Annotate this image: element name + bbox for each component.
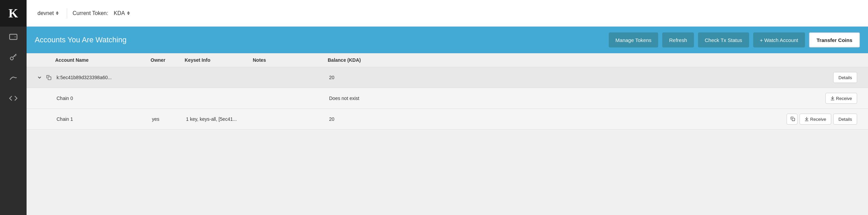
code-icon[interactable] <box>0 88 27 109</box>
col-header-account-name: Account Name <box>55 57 151 63</box>
table-row: Chain 1 yes 1 key, keys-all, [5ec41... 2… <box>27 109 868 130</box>
watch-account-button[interactable]: + Watch Account <box>753 32 805 47</box>
network-label: devnet <box>37 10 54 16</box>
table-row: Chain 0 Does not exist Receive <box>27 88 868 109</box>
svg-rect-5 <box>792 118 795 121</box>
svg-point-1 <box>10 57 13 60</box>
copy-account-button[interactable] <box>45 74 52 81</box>
row-expand-cell-3 <box>35 114 55 124</box>
col-header-balance: Balance (KDA) <box>328 57 792 63</box>
table-header: Account Name Owner Keyset Info Notes Bal… <box>27 53 868 67</box>
account-name-value-2: Chain 0 <box>57 96 73 101</box>
details-button[interactable]: Details <box>833 72 857 83</box>
token-chevron <box>127 11 130 15</box>
owner-cell-3: yes <box>151 112 185 127</box>
account-name-cell-3: Chain 1 <box>55 112 151 127</box>
balance-cell-3: 20 <box>328 112 792 127</box>
topbar-divider <box>67 8 67 18</box>
col-header-actions <box>792 57 860 63</box>
actions-cell-3: Receive Details <box>792 109 860 129</box>
col-header-expand <box>35 57 55 63</box>
col-header-owner: Owner <box>151 57 185 63</box>
accounts-header: Accounts You Are Watching Manage Tokens … <box>27 27 868 53</box>
owner-cell <box>151 73 185 82</box>
balance-cell-2: Does not exist <box>328 91 792 106</box>
key-icon[interactable] <box>0 47 27 68</box>
accounts-title: Accounts You Are Watching <box>35 35 605 44</box>
network-selector[interactable]: devnet <box>35 9 61 18</box>
svg-rect-0 <box>10 34 17 39</box>
keyset-info-cell <box>185 73 253 82</box>
notes-cell-3 <box>253 114 328 124</box>
keyset-info-cell-3: 1 key, keys-all, [5ec41... <box>185 112 253 127</box>
topbar: devnet Current Token: KDA <box>27 0 868 27</box>
app-logo[interactable]: K <box>0 0 27 27</box>
keyset-info-cell-2 <box>185 94 253 103</box>
token-selector[interactable]: KDA <box>111 9 133 18</box>
check-tx-status-button[interactable]: Check Tx Status <box>698 32 749 47</box>
row-expand-cell <box>35 69 55 86</box>
table-area: Account Name Owner Keyset Info Notes Bal… <box>27 53 868 215</box>
main-content: devnet Current Token: KDA Accounts You A… <box>27 0 868 215</box>
account-name-cell: k:5ec41b89d323398a60... <box>55 70 151 85</box>
signature-icon[interactable] <box>0 68 27 88</box>
copy-button-row3[interactable] <box>787 114 797 125</box>
manage-tokens-button[interactable]: Manage Tokens <box>609 32 658 47</box>
col-header-keyset-info: Keyset Info <box>185 57 253 63</box>
table-row: k:5ec41b89d323398a60... 20 Details <box>27 67 868 88</box>
account-name-value-3: Chain 1 <box>57 116 73 122</box>
col-header-notes: Notes <box>253 57 328 63</box>
details-button-row3[interactable]: Details <box>833 114 857 125</box>
actions-cell: Details <box>792 67 860 88</box>
wallet-icon[interactable] <box>0 27 27 47</box>
actions-cell-2: Receive <box>792 88 860 109</box>
notes-cell-2 <box>253 94 328 103</box>
expand-button[interactable] <box>36 74 43 81</box>
account-name-cell-2: Chain 0 <box>55 91 151 106</box>
receive-button-row3[interactable]: Receive <box>800 114 831 125</box>
account-name-value: k:5ec41b89d323398a60... <box>57 75 112 80</box>
notes-cell <box>253 73 328 82</box>
token-label: Current Token: <box>73 10 108 16</box>
transfer-coins-button[interactable]: Transfer Coins <box>809 32 860 47</box>
network-chevron <box>56 11 59 15</box>
sidebar: K <box>0 0 27 215</box>
receive-button[interactable]: Receive <box>825 93 857 104</box>
row-expand-cell-2 <box>35 94 55 103</box>
svg-rect-2 <box>48 77 51 80</box>
owner-cell-2 <box>151 94 185 103</box>
token-value: KDA <box>114 10 125 16</box>
balance-cell: 20 <box>328 70 792 85</box>
refresh-button[interactable]: Refresh <box>662 32 694 47</box>
